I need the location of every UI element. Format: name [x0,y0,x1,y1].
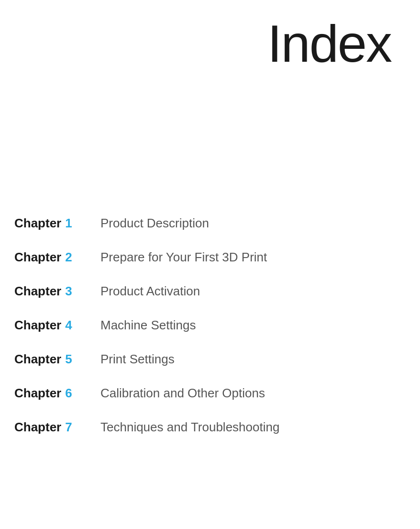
chapter-label: Chapter 3 [14,284,96,299]
chapter-label: Chapter 2 [14,250,96,265]
chapter-number: 1 [65,216,72,231]
chapter-label: Chapter 6 [14,386,96,401]
chapter-item: Chapter 5 Print Settings [14,352,391,367]
chapter-title: Machine Settings [96,318,196,333]
chapter-word: Chapter [14,352,61,367]
chapter-label: Chapter 4 [14,318,96,333]
chapter-number: 6 [65,386,72,401]
chapter-label: Chapter 1 [14,216,96,231]
chapter-item: Chapter 6 Calibration and Other Options [14,386,391,401]
chapter-title: Techniques and Troubleshooting [96,420,279,435]
chapter-item: Chapter 7 Techniques and Troubleshooting [14,420,391,435]
chapter-word: Chapter [14,284,61,299]
chapter-label: Chapter 5 [14,352,96,367]
chapter-item: Chapter 2 Prepare for Your First 3D Prin… [14,250,391,265]
chapter-number: 5 [65,352,72,367]
chapter-number: 3 [65,284,72,299]
chapter-word: Chapter [14,420,61,435]
chapter-item: Chapter 3 Product Activation [14,284,391,299]
spacer [0,82,420,216]
chapter-title: Print Settings [96,352,175,367]
chapter-title: Prepare for Your First 3D Print [96,250,267,265]
chapter-number: 7 [65,420,72,435]
chapter-title: Calibration and Other Options [96,386,265,401]
chapter-title: Product Description [96,216,209,231]
title-section: Index [0,0,420,72]
chapter-number: 4 [65,318,72,333]
chapter-item: Chapter 4 Machine Settings [14,318,391,333]
chapter-word: Chapter [14,250,61,265]
page-title: Index [267,14,391,72]
chapters-list: Chapter 1 Product Description Chapter 2 … [0,216,420,435]
chapter-number: 2 [65,250,72,265]
chapter-item: Chapter 1 Product Description [14,216,391,231]
chapter-word: Chapter [14,216,61,231]
chapter-label: Chapter 7 [14,420,96,435]
chapter-word: Chapter [14,318,61,333]
chapter-title: Product Activation [96,284,200,299]
chapter-word: Chapter [14,386,61,401]
page-container: Index Chapter 1 Product Description Chap… [0,0,420,529]
